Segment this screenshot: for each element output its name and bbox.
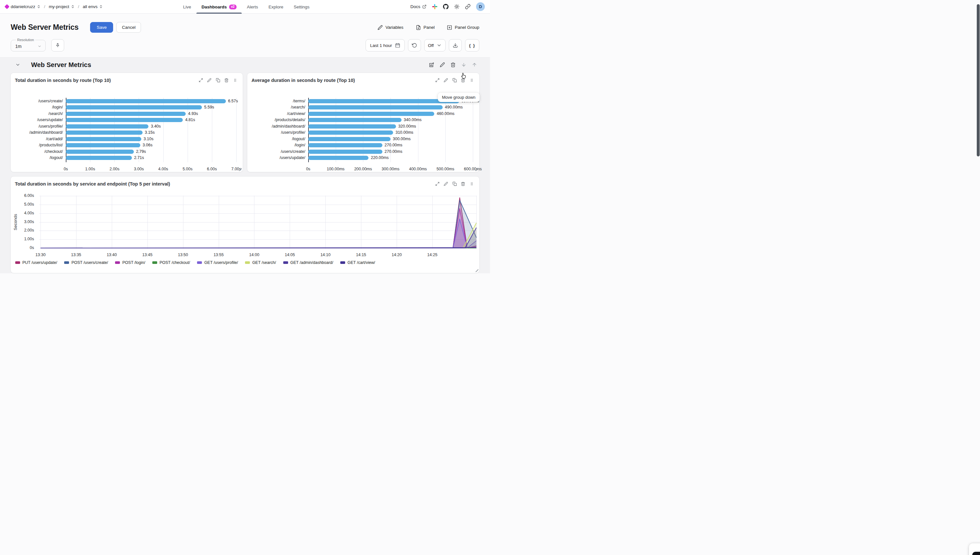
refresh-button[interactable] — [408, 39, 421, 51]
delete-group-icon[interactable] — [451, 62, 455, 67]
bar — [66, 112, 186, 116]
bar-value-label: 3.06s — [143, 143, 153, 148]
header-actions: Variables Panel Panel Group — [378, 25, 479, 30]
collapse-group-icon[interactable] — [15, 62, 21, 67]
y-axis-tick-label: 6.00s — [11, 193, 34, 198]
time-range-button[interactable]: Last 1 hour — [365, 39, 405, 51]
cancel-button[interactable]: Cancel — [116, 22, 141, 33]
legend-item[interactable]: GET /search/ — [245, 260, 276, 265]
x-axis-tick-label: 13:35 — [71, 253, 81, 257]
edit-group-icon[interactable] — [440, 62, 445, 67]
github-icon[interactable] — [443, 4, 449, 10]
bar-track: 270.00ms — [308, 142, 473, 149]
tab-alerts[interactable]: Alerts — [246, 0, 259, 14]
x-axis-tick-label: 1.00s — [85, 167, 95, 171]
x-axis-tick-label: 2.00s — [109, 167, 119, 171]
refresh-icon — [412, 43, 417, 48]
x-axis-tick-label: 14:05 — [285, 253, 295, 257]
docs-link[interactable]: Docs — [410, 4, 426, 9]
group-title: Web Server Metrics — [31, 61, 91, 69]
user-avatar[interactable]: D — [476, 2, 485, 11]
legend-item[interactable]: GET /cart/view/ — [340, 260, 375, 265]
delete-panel-icon[interactable] — [224, 78, 229, 83]
bar-track: 6.57s — [66, 98, 236, 104]
x-axis-tick-label: 7.00s — [232, 167, 241, 171]
expand-panel-icon[interactable] — [435, 78, 440, 83]
save-button[interactable]: Save — [90, 22, 113, 33]
auto-refresh-select[interactable]: Off — [424, 39, 446, 51]
legend-swatch — [283, 261, 288, 264]
bar-track: 3.15s — [66, 130, 236, 136]
breadcrumb-item[interactable]: my-project — [49, 4, 74, 9]
tab-live[interactable]: Live — [182, 0, 192, 14]
drag-handle-icon[interactable] — [470, 78, 474, 83]
x-axis-tick-label: 14:15 — [356, 253, 366, 257]
expand-panel-icon[interactable] — [199, 78, 203, 83]
breadcrumb-item[interactable]: all envs — [83, 4, 103, 9]
bar-row: /users/profile/3.40s — [11, 123, 243, 130]
dashboard-controls: Resolution 1m Last 1 hour Off { } Move g… — [0, 37, 490, 51]
move-group-up-icon[interactable] — [472, 62, 477, 67]
tab-settings[interactable]: Settings — [293, 0, 310, 14]
edit-panel-icon[interactable] — [444, 182, 448, 186]
bar — [308, 149, 382, 154]
duplicate-panel-icon[interactable] — [216, 78, 220, 83]
expand-panel-icon[interactable] — [435, 182, 440, 186]
duplicate-panel-icon[interactable] — [452, 182, 457, 186]
legend-item[interactable]: POST /checkout/ — [152, 260, 190, 265]
drag-handle-icon[interactable] — [470, 182, 474, 186]
delete-panel-icon[interactable] — [461, 182, 465, 186]
bar — [308, 143, 382, 148]
legend-item[interactable]: PUT /users/update/ — [15, 260, 57, 265]
bar-row: /login/270.00ms — [247, 142, 479, 149]
tab-label: Dashboards — [201, 5, 227, 10]
add-panel-group-button[interactable]: Panel Group — [447, 25, 479, 30]
bar-row: /search/4.93s — [11, 111, 243, 117]
bar-value-label: 340.00ms — [404, 117, 422, 122]
edit-panel-icon[interactable] — [207, 78, 212, 83]
x-axis-tick-label: 5.00s — [182, 167, 193, 171]
breadcrumb-separator: / — [43, 4, 46, 9]
bar-category-label: /users/profile/ — [11, 124, 66, 128]
resolution-select[interactable]: Resolution 1m — [11, 38, 46, 51]
variables-button[interactable]: Variables — [378, 25, 403, 30]
panel-group-header: Web Server Metrics — [10, 58, 480, 72]
legend-item[interactable]: GET /users/profile/ — [197, 260, 238, 265]
tooltip-move-group-down: Move group down — [438, 93, 480, 102]
download-button[interactable] — [449, 39, 462, 51]
pin-resolution-button[interactable] — [51, 39, 64, 51]
bar — [66, 149, 134, 154]
share-link-icon[interactable] — [465, 4, 471, 10]
panel-label: Panel — [423, 25, 435, 30]
tab-explore[interactable]: Explore — [268, 0, 284, 14]
bar — [66, 124, 148, 128]
bar-track: 340.00ms — [308, 117, 473, 124]
breadcrumb-item[interactable]: ddanielcruzz — [11, 4, 40, 9]
add-panel-button[interactable]: Panel — [416, 25, 435, 30]
chevron-down-icon — [38, 44, 42, 48]
bar-track: 310.00ms — [308, 130, 473, 136]
bar-value-label: 490.00ms — [445, 105, 463, 109]
bar — [66, 137, 141, 141]
edit-panel-icon[interactable] — [444, 78, 448, 83]
bar-category-label: /admin/dashboard/ — [11, 130, 66, 135]
drag-handle-icon[interactable] — [233, 78, 238, 83]
json-view-button[interactable]: { } — [465, 39, 479, 51]
bar — [66, 105, 202, 109]
add-panel-to-group-icon[interactable] — [429, 62, 434, 67]
theme-sun-icon[interactable] — [454, 4, 460, 10]
move-group-down-icon[interactable] — [461, 62, 466, 67]
tab-dashboards[interactable]: Dashboardsv2 — [201, 0, 237, 14]
square-plus-icon — [447, 25, 452, 30]
x-axis-tick-label: 0s — [306, 167, 310, 171]
bar-track: 270.00ms — [308, 148, 473, 155]
resolution-value: 1m — [15, 44, 21, 49]
legend-item[interactable]: GET /admin/dashboard/ — [283, 260, 333, 265]
bar-value-label: 320.00ms — [398, 124, 416, 128]
slack-icon[interactable] — [432, 4, 438, 10]
bar-value-label: 3.40s — [151, 124, 161, 128]
legend-item[interactable]: POST /users/create/ — [64, 260, 108, 265]
x-axis-tick-label: 6.00s — [207, 167, 217, 171]
duplicate-panel-icon[interactable] — [452, 78, 457, 83]
legend-item[interactable]: POST /login/ — [115, 260, 145, 265]
